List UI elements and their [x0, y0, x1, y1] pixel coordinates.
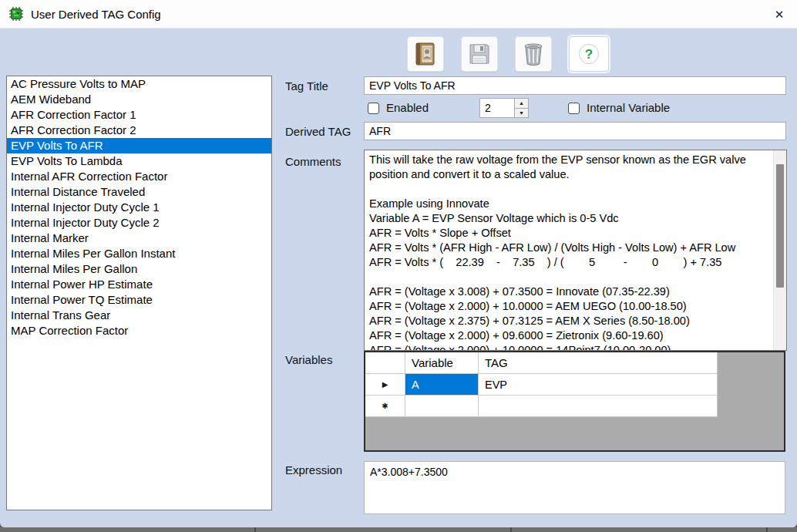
comments-label: Comments: [285, 155, 341, 168]
internal-variable-label: Internal Variable: [587, 101, 670, 114]
help-button[interactable]: ?: [569, 36, 609, 72]
expression-label: Expression: [285, 463, 342, 476]
user-derived-tag-config-dialog: User Derived TAG Config ✕: [0, 0, 797, 527]
list-item[interactable]: EVP Volts To Lambda: [7, 153, 271, 169]
list-item[interactable]: MAP Correction Factor: [7, 323, 271, 338]
list-item[interactable]: Internal Marker: [7, 231, 271, 246]
list-item[interactable]: Internal Miles Per Gallon: [7, 261, 271, 277]
save-floppy-icon: [467, 42, 492, 66]
list-item[interactable]: Internal Miles Per Gallon Instant: [7, 246, 271, 261]
comments-text: This will take the raw voltage from the …: [365, 150, 773, 351]
list-item[interactable]: AFR Correction Factor 1: [7, 107, 271, 123]
chip-icon: [8, 6, 24, 22]
title-bar: User Derived TAG Config ✕: [0, 0, 797, 29]
tag-cell[interactable]: EVP: [479, 374, 718, 396]
list-item[interactable]: Internal Power TQ Estimate: [7, 292, 271, 308]
list-item[interactable]: Internal Power HP Estimate: [7, 277, 271, 292]
list-item[interactable]: AEM Wideband: [7, 92, 271, 107]
tag-column-header[interactable]: TAG: [479, 352, 718, 374]
variables-grid[interactable]: Variable TAG ▶ A EVP ✱: [364, 351, 785, 452]
list-item[interactable]: Internal Injector Duty Cycle 1: [7, 200, 271, 215]
comments-textarea[interactable]: This will take the raw voltage from the …: [364, 150, 787, 351]
variable-cell-empty[interactable]: [405, 396, 479, 417]
derived-tag-input[interactable]: AFR: [364, 122, 786, 140]
list-item[interactable]: AFR Correction Factor 2: [7, 123, 271, 138]
tag-listbox[interactable]: AC Pressure Volts to MAP AEM Wideband AF…: [6, 76, 272, 510]
spinner-down-button[interactable]: ▼: [515, 109, 528, 118]
list-item[interactable]: Internal Distance Traveled: [7, 184, 271, 200]
row-header-new: ✱: [365, 396, 405, 417]
enabled-label: Enabled: [386, 101, 429, 114]
current-row-arrow-icon: ▶: [382, 380, 388, 389]
new-row-asterisk-icon: ✱: [382, 402, 388, 410]
delete-button[interactable]: [515, 36, 552, 72]
help-icon: ?: [577, 42, 600, 66]
tag-title-input[interactable]: EVP Volts To AFR: [364, 76, 786, 95]
spinner-value[interactable]: 2: [480, 99, 514, 117]
spinner-up-button[interactable]: ▲: [515, 99, 528, 109]
priority-spinner[interactable]: 2 ▲ ▼: [479, 98, 529, 118]
variable-column-header[interactable]: Variable: [405, 352, 479, 374]
grid-new-row[interactable]: ✱: [365, 396, 784, 417]
list-item[interactable]: Internal Injector Duty Cycle 2: [7, 215, 271, 231]
save-button[interactable]: [461, 36, 498, 72]
derived-tag-label: Derived TAG: [285, 125, 351, 138]
grid-row[interactable]: ▶ A EVP: [365, 374, 784, 396]
window-title: User Derived TAG Config: [31, 8, 161, 21]
tag-cell-empty[interactable]: [479, 396, 718, 417]
list-item-selected[interactable]: EVP Volts To AFR: [7, 138, 271, 153]
expression-input[interactable]: A*3.008+7.3500: [364, 461, 785, 514]
trash-icon: [522, 42, 545, 66]
variables-label: Variables: [285, 353, 332, 366]
list-item[interactable]: AC Pressure Volts to MAP: [7, 76, 271, 92]
scrollbar-thumb[interactable]: [776, 164, 784, 288]
address-book-button[interactable]: [407, 36, 444, 72]
comments-scrollbar[interactable]: [773, 150, 786, 350]
variable-cell[interactable]: A: [405, 374, 479, 396]
tag-title-label: Tag Title: [285, 79, 328, 93]
close-button[interactable]: ✕: [762, 0, 797, 29]
grid-corner-cell: [365, 352, 405, 374]
list-item[interactable]: Internal Trans Gear: [7, 308, 271, 323]
internal-variable-checkbox[interactable]: [568, 103, 580, 114]
svg-text:?: ?: [585, 47, 593, 62]
enabled-checkbox[interactable]: [368, 103, 379, 114]
address-book-icon: [414, 42, 437, 66]
list-item[interactable]: Internal AFR Correction Factor: [7, 169, 271, 184]
grid-header-row: Variable TAG: [365, 352, 784, 374]
row-header-current: ▶: [365, 374, 405, 396]
